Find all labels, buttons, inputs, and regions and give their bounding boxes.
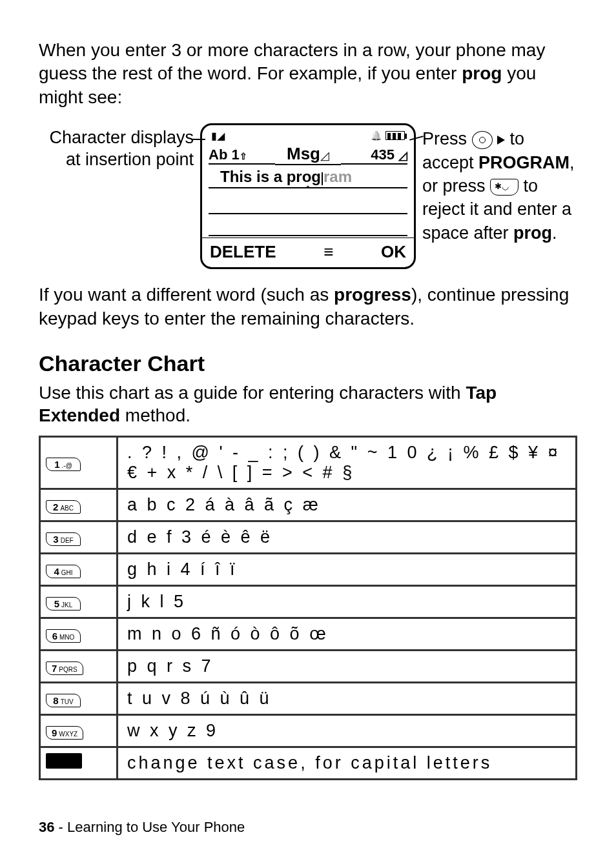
key-cell: 5JKL — [40, 585, 118, 618]
table-row: 9WXYZw x y z 9 — [40, 714, 577, 747]
right-text-1: Press — [422, 129, 472, 148]
caret-indicator: ⌃ — [202, 186, 414, 192]
keypad-key-icon: 2ABC — [46, 500, 81, 514]
menu-icon[interactable] — [323, 242, 333, 262]
phone-screen: Ab 1 Msg◿ 435 ◿ This is a program ⌃ DELE… — [200, 123, 416, 269]
key-cell: 2ABC — [40, 489, 118, 521]
char-cell: m n o 6 ñ ó ò ô õ œ — [118, 618, 577, 650]
key-cell: 8TUV — [40, 682, 118, 714]
char-cell: d e f 3 é è ê ë — [118, 521, 577, 553]
screen-title: Msg — [287, 144, 320, 163]
table-row: 4GHIg h i 4 í î ï — [40, 553, 577, 585]
key-cell: 7PQRS — [40, 650, 118, 682]
diagram-left-label: Character displays at insertion point — [39, 123, 194, 171]
key-cell: 1.-@ — [40, 436, 118, 489]
left-label-2: at insertion point — [66, 150, 194, 169]
char-cell: t u v 8 ú ù û ü — [118, 682, 577, 714]
input-mode: Ab 1 — [209, 146, 275, 165]
keypad-key-icon: 6MNO — [46, 629, 81, 643]
right-text-5: . — [552, 223, 557, 243]
star-key-icon: ✱◡ — [490, 179, 518, 196]
char-cell: . ? ! , @ ' - _ : ; ( ) & " ~ 1 0 ¿ ¡ % … — [118, 436, 577, 489]
char-cell: j k l 5 — [118, 585, 577, 618]
intro-prog: prog — [462, 63, 502, 83]
continuation-paragraph: If you want a different word (such as pr… — [39, 283, 577, 330]
key-cell: 6MNO — [40, 618, 118, 650]
keypad-key-icon: 9WXYZ — [46, 726, 83, 740]
text-cursor — [322, 172, 323, 185]
keypad-key-icon: 1.-@ — [46, 458, 81, 471]
char-cell: p q r s 7 — [118, 650, 577, 682]
signal-icon — [211, 128, 225, 143]
diagram-row: Character displays at insertion point Ab… — [39, 123, 577, 269]
keypad-key-icon: 3DEF — [46, 532, 81, 546]
table-row: 3DEFd e f 3 é è ê ë — [40, 521, 577, 553]
char-cell: g h i 4 í î ï — [118, 553, 577, 585]
ok-softkey[interactable]: OK — [381, 242, 406, 262]
blank-line-2 — [209, 214, 407, 236]
blank-line-1 — [209, 192, 407, 214]
intro-paragraph: When you enter 3 or more characters in a… — [39, 39, 577, 109]
screen-header: Ab 1 Msg◿ 435 ◿ — [202, 144, 414, 167]
keypad-key-icon: 4GHI — [46, 565, 81, 578]
page-footer: 36 - Learning to Use Your Phone — [39, 819, 245, 836]
program-word: PROGRAM — [478, 153, 570, 172]
character-chart-table: 1.-@. ? ! , @ ' - _ : ; ( ) & " ~ 1 0 ¿ … — [39, 436, 577, 780]
char-cell: w x y z 9 — [118, 714, 577, 747]
phone-screen-wrap: Ab 1 Msg◿ 435 ◿ This is a program ⌃ DELE… — [200, 123, 416, 269]
chart-intro: Use this chart as a guide for entering c… — [39, 381, 577, 427]
connector-line-left — [192, 139, 205, 140]
section-heading: Character Chart — [39, 351, 577, 376]
arrow-right-icon — [497, 136, 505, 145]
softkey-row: DELETE OK — [202, 237, 414, 267]
table-row: 2ABCa b c 2 á à â ã ç æ — [40, 489, 577, 521]
char-cell: change text case, for capital letters — [118, 747, 577, 779]
key-cell: 3DEF — [40, 521, 118, 553]
key-cell: 9WXYZ — [40, 714, 118, 747]
para2-pre: If you want a different word (such as — [39, 285, 334, 305]
diagram-right-label: Press to accept PROGRAM, or press ✱◡ to … — [422, 123, 577, 245]
chart-intro-pre: Use this chart as a guide for entering c… — [39, 383, 466, 403]
keypad-key-icon: 7PQRS — [46, 661, 83, 675]
table-row: 8TUVt u v 8 ú ù û ü — [40, 682, 577, 714]
suggested-text: ram — [323, 168, 352, 185]
table-row: 1.-@. ? ! , @ ' - _ : ; ( ) & " ~ 1 0 ¿ … — [40, 436, 577, 489]
char-cell: a b c 2 á à â ã ç æ — [118, 489, 577, 521]
keypad-key-icon: 8TUV — [46, 694, 81, 707]
left-label-1: Character displays — [49, 128, 194, 147]
table-row: 6MNOm n o 6 ñ ó ò ô õ œ — [40, 618, 577, 650]
table-row: change text case, for capital letters — [40, 747, 577, 779]
battery-icon — [371, 130, 405, 141]
nav-key-icon — [472, 131, 493, 149]
footer-text: - Learning to Use Your Phone — [54, 819, 245, 835]
para2-bold: progress — [334, 285, 411, 305]
key-cell — [40, 747, 118, 779]
key-cell: 4GHI — [40, 553, 118, 585]
typed-text: This is a prog — [220, 168, 321, 185]
shift-key-icon — [46, 753, 82, 769]
delete-softkey[interactable]: DELETE — [210, 242, 276, 262]
status-bar — [202, 125, 414, 144]
keypad-key-icon: 5JKL — [46, 597, 81, 611]
table-row: 7PQRSp q r s 7 — [40, 650, 577, 682]
prog-word: prog — [513, 223, 552, 243]
chart-intro-post: method. — [120, 405, 190, 425]
page-number: 36 — [39, 819, 54, 835]
char-count: 435 ◿ — [341, 146, 407, 165]
table-row: 5JKLj k l 5 — [40, 585, 577, 618]
